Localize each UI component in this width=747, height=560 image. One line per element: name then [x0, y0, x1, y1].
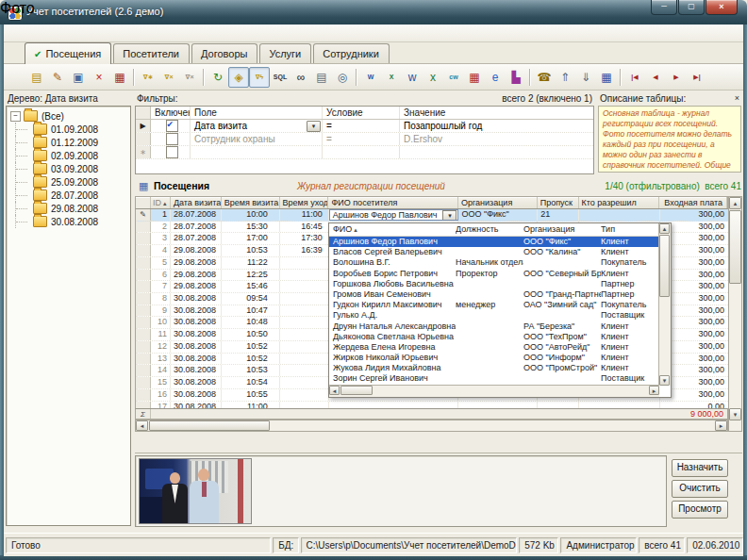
vscroll-thumb[interactable] — [729, 210, 741, 284]
dropdown-row[interactable]: Жердева Елена Игоревна ООО "АвтоРейд" Кл… — [329, 342, 671, 353]
tree-root[interactable]: − (Все) — [10, 109, 130, 123]
edit-record-icon[interactable]: ✎ — [47, 67, 68, 88]
column-header[interactable]: Входная плата — [659, 197, 727, 208]
dropdown-row[interactable]: Дьяконова Светлана Юрьевна ООО "ТехПром"… — [329, 332, 671, 342]
column-header[interactable]: Дата визита — [171, 197, 222, 208]
excel-report-icon[interactable]: x — [423, 67, 443, 88]
refresh-icon[interactable]: ↻ — [208, 67, 228, 88]
dropdown-row[interactable]: Зорин Сергей Иванович Поставщик — [329, 373, 671, 384]
filter-field[interactable]: Сотрудник охраны — [191, 133, 323, 145]
filter-row[interactable]: ∗ — [136, 146, 593, 159]
new-record-icon[interactable]: ▤ — [26, 67, 47, 88]
nav-prev-icon[interactable]: ◀ — [645, 67, 666, 88]
export-word-icon[interactable]: W — [360, 67, 381, 88]
give-pass-icon[interactable]: ⇑ — [555, 67, 575, 88]
filter-value[interactable] — [400, 146, 593, 158]
dropdown-row[interactable]: Жукова Лидия Михайловна ООО "ПромСтрой" … — [329, 363, 671, 373]
filter-value[interactable]: Позапрошлый год — [400, 120, 593, 132]
dropdown-row[interactable]: Власов Сергей Валерьевич ООО "Калина" Кл… — [329, 247, 671, 257]
title-bar[interactable]: Учет посетителей (2.6 демо) ─▢× — [0, 0, 747, 25]
delete-record-icon[interactable]: × — [89, 67, 109, 88]
table-row[interactable]: ✎ 1 28.07.2008 10:00 11:00 Аршинов Федор… — [136, 209, 728, 222]
maximize-button[interactable]: ▢ — [678, 0, 705, 15]
dropdown-row[interactable]: Горшкова Любовь Васильевна Партнер — [329, 279, 671, 289]
sql-icon[interactable]: SQL — [270, 67, 290, 88]
tree-item[interactable]: 28.07.2008 — [10, 189, 130, 202]
column-header[interactable]: Кто разрешил — [579, 197, 660, 208]
hscroll-thumb[interactable] — [340, 386, 373, 395]
scroll-right-icon[interactable]: ▸ — [715, 420, 727, 431]
dropdown-row[interactable]: Волошина В.Г. Начальник отдела Покупател… — [329, 257, 671, 268]
scroll-down-icon[interactable]: ▾ — [659, 375, 670, 386]
tree-item[interactable]: 25.09.2008 — [10, 175, 130, 189]
scroll-up-icon[interactable]: ▴ — [729, 197, 741, 209]
grid-hscrollbar[interactable]: ◂ ▸ — [135, 420, 728, 432]
tab-photo[interactable]: Фото — [0, 0, 35, 17]
column-header[interactable]: ФИО посетителя — [328, 197, 458, 208]
table-row[interactable]: 17 30.08.2008 11:00 ▾ 0,00 — [136, 402, 728, 409]
close-description-icon[interactable]: × — [732, 93, 742, 104]
column-header[interactable]: Время визита — [222, 197, 280, 208]
column-header[interactable]: Время ухода — [280, 197, 329, 208]
quick-view-icon[interactable]: ◈ — [228, 67, 249, 88]
tab[interactable]: ✔Сотрудники — [313, 43, 390, 63]
nav-next-icon[interactable]: ▶ — [666, 67, 687, 88]
hscroll-thumb[interactable] — [149, 420, 270, 431]
dropdown-row[interactable]: Воробьев Борис Петрович Проректор ООО "С… — [329, 269, 671, 279]
copy-record-icon[interactable]: ▣ — [68, 67, 89, 88]
view-photo-button[interactable]: Просмотр — [672, 501, 728, 519]
filter-row[interactable]: ▶ Дата визита▾ = Позапрошлый год — [136, 120, 593, 133]
tree-item[interactable]: 29.08.2008 — [10, 202, 130, 215]
dropdown-column[interactable]: Тип — [601, 223, 656, 236]
dropdown-row[interactable]: Гулько А.Д. Поставщик — [329, 310, 671, 321]
grid-vscrollbar[interactable]: ▴ ▾ — [728, 196, 742, 432]
export-excel-icon[interactable]: X — [381, 67, 402, 88]
filter-field[interactable]: Дата визита▾ — [191, 120, 323, 132]
clear-photo-button[interactable]: Очистить — [672, 480, 728, 498]
report-icon[interactable]: ▦ — [464, 67, 485, 88]
filter-field[interactable] — [191, 146, 323, 158]
clear-filter-icon[interactable]: ∇× — [179, 67, 200, 88]
tab[interactable]: ✔Посетители — [113, 43, 190, 63]
dropdown-row[interactable]: Гудкон Кирилл Максимович менеджер ОАО "З… — [329, 300, 671, 310]
tab[interactable]: ✔Посещения — [25, 42, 111, 64]
add-filter-icon[interactable]: ∇∗ — [138, 67, 158, 88]
scroll-down-icon[interactable]: ▾ — [729, 408, 741, 420]
filter-row[interactable]: Сотрудник охраны = D.Ershov — [136, 133, 593, 146]
tree-item[interactable]: 03.09.2008 — [10, 162, 130, 175]
menu-item[interactable] — [92, 31, 113, 35]
column-header-id[interactable]: ID▴ — [151, 197, 171, 208]
dropdown-row[interactable]: Друян Наталья Александровна РА "Березка"… — [329, 321, 671, 332]
dropdown-row[interactable]: Громов Иван Семенович ООО "Гранд-Партне … — [329, 289, 671, 300]
tree-item[interactable]: 30.08.2008 — [10, 215, 130, 228]
scroll-up-icon[interactable]: ▴ — [659, 223, 670, 234]
scroll-left-icon[interactable]: ◂ — [329, 386, 340, 395]
filter-condition[interactable]: = — [323, 133, 400, 145]
nav-last-icon[interactable]: ▶| — [687, 67, 707, 88]
find-icon[interactable]: ∞ — [290, 67, 311, 88]
filter-enabled-checkbox[interactable] — [166, 120, 178, 132]
field-dropdown-button[interactable]: ▾ — [307, 121, 321, 132]
dropdown-column-fio[interactable]: ФИО▴ — [329, 223, 456, 236]
phone-icon[interactable]: ☎ — [534, 67, 555, 88]
dropdown-vscrollbar[interactable]: ▴ ▾ — [658, 223, 671, 386]
tab[interactable]: ✔Договоры — [191, 43, 257, 63]
apply-filter-icon[interactable]: ∇ϟ — [249, 67, 270, 88]
export-ie-icon[interactable]: e — [485, 67, 506, 88]
dropdown-column[interactable]: Организация — [523, 223, 601, 236]
scroll-right-icon[interactable]: ▸ — [649, 386, 659, 395]
return-pass-icon[interactable]: ⇓ — [575, 67, 596, 88]
filter-condition[interactable]: = — [323, 120, 400, 132]
filter-enabled-checkbox[interactable] — [166, 146, 178, 158]
print-icon[interactable]: ▤ — [311, 67, 332, 88]
menu-item[interactable] — [72, 31, 92, 35]
vscroll-thumb[interactable] — [659, 235, 670, 297]
filter-enabled-checkbox[interactable] — [166, 133, 178, 145]
menu-item[interactable] — [30, 31, 51, 35]
dropdown-hscrollbar[interactable]: ◂ ▸ — [329, 385, 659, 397]
dropdown-column[interactable]: Должность — [456, 223, 523, 236]
dropdown-row[interactable]: Жирков Николай Юрьевич ООО "Информ" Клие… — [329, 353, 671, 363]
column-header[interactable]: Пропуск — [538, 197, 579, 208]
tree-item[interactable]: 01.12.2009 — [10, 136, 130, 149]
close-button[interactable]: × — [706, 0, 738, 15]
